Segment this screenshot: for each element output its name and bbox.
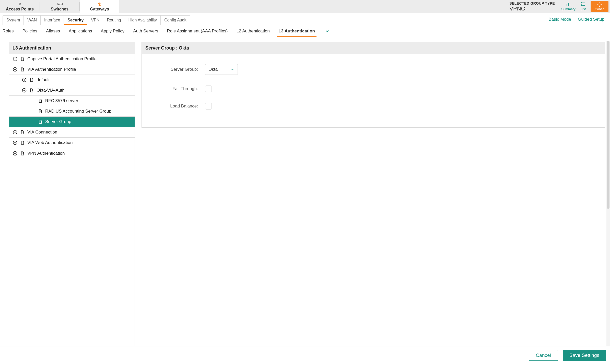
tree-row-label: RFC 3576 server <box>45 98 78 103</box>
switches-icon <box>57 2 63 6</box>
profile-icon <box>38 109 43 114</box>
tree-row[interactable]: VIA Authentication Profile <box>9 64 135 75</box>
config-tabs: System WAN Interface Security VPN Routin… <box>3 15 190 25</box>
list-icon <box>581 2 585 7</box>
tree-row[interactable]: default <box>9 75 135 85</box>
gateways-icon <box>97 2 102 6</box>
svg-point-6 <box>99 4 100 4</box>
cfg-tab-vpn[interactable]: VPN <box>87 16 103 25</box>
profile-icon <box>20 130 25 135</box>
tree-row-label: Captive Portal Authentication Profile <box>27 56 97 62</box>
expand-icon[interactable] <box>22 77 27 82</box>
tree-row[interactable]: VIA Connection <box>9 127 135 138</box>
tree-row-label: VIA Connection <box>27 130 57 135</box>
fail-through-label: Fail Through: <box>154 86 205 91</box>
tab-label: Gateways <box>90 7 109 11</box>
expand-icon[interactable] <box>13 140 18 145</box>
svg-point-3 <box>58 4 59 4</box>
subtab-apply-policy[interactable]: Apply Policy <box>101 26 125 37</box>
load-balance-checkbox[interactable] <box>205 103 212 110</box>
expand-icon[interactable] <box>13 130 18 135</box>
server-group-select[interactable]: Okta <box>205 64 238 75</box>
tab-label: Access Points <box>6 7 34 11</box>
cfg-tab-wan[interactable]: WAN <box>24 16 41 25</box>
cfg-tab-interface[interactable]: Interface <box>41 16 64 25</box>
group-type-label: SELECTED GROUP TYPE <box>509 1 555 5</box>
tree-row-label: VPN Authentication <box>27 151 65 156</box>
collapse-icon[interactable] <box>13 67 18 72</box>
tree-row-label: Okta-VIA-Auth <box>37 88 65 93</box>
link-guided-setup[interactable]: Guided Setup <box>578 17 604 22</box>
profile-icon <box>20 140 25 145</box>
group-type-value: VPNC <box>509 5 555 12</box>
cfg-tab-security[interactable]: Security <box>64 16 87 25</box>
save-settings-button[interactable]: Save Settings <box>563 350 606 361</box>
svg-point-7 <box>581 3 582 3</box>
subtab-applications[interactable]: Applications <box>69 26 92 37</box>
view-config[interactable]: Config <box>591 1 608 12</box>
view-list[interactable]: List <box>576 0 591 13</box>
tree-row[interactable]: Server Group <box>9 117 135 127</box>
config-tabs-row: System WAN Interface Security VPN Routin… <box>0 13 610 26</box>
scrollbar[interactable] <box>606 41 610 346</box>
cfg-tab-high-availability[interactable]: High Availability <box>125 16 161 25</box>
top-bar: Access Points Switches Gateways SELECTED… <box>0 0 610 13</box>
cfg-tab-config-audit[interactable]: Config Audit <box>161 16 190 25</box>
tree-row[interactable]: RFC 3576 server <box>9 96 135 106</box>
tree-row[interactable]: VIA Web Authentication <box>9 138 135 148</box>
tree-row-label: RADIUS Accounting Server Group <box>45 109 111 114</box>
profile-icon <box>38 99 43 103</box>
profile-icon <box>20 57 25 61</box>
access-points-icon <box>17 2 22 6</box>
svg-point-5 <box>61 4 61 4</box>
right-panel-title: Server Group : Okta <box>142 42 605 54</box>
collapse-icon[interactable] <box>22 88 27 93</box>
view-summary[interactable]: Summary <box>561 0 576 13</box>
tree-row-label: default <box>37 77 50 82</box>
device-tabs: Access Points Switches Gateways <box>0 0 119 13</box>
svg-point-1 <box>19 4 20 4</box>
subtab-more-icon[interactable] <box>325 29 330 34</box>
mode-links: Basic Mode Guided Setup <box>548 17 607 22</box>
left-panel: L3 Authentication Captive Portal Authent… <box>9 42 135 346</box>
fail-through-checkbox[interactable] <box>205 86 212 92</box>
svg-point-8 <box>581 4 582 4</box>
security-subtabs: Roles Policies Aliases Applications Appl… <box>0 26 610 37</box>
tab-access-points[interactable]: Access Points <box>0 0 40 13</box>
tree-row[interactable]: Captive Portal Authentication Profile <box>9 54 135 64</box>
tab-label: Switches <box>51 7 68 11</box>
bar-chart-icon <box>566 2 571 7</box>
expand-icon[interactable] <box>13 56 18 62</box>
load-balance-label: Load Balance: <box>154 104 205 109</box>
subtab-aliases[interactable]: Aliases <box>46 26 60 37</box>
cfg-tab-system[interactable]: System <box>3 16 24 25</box>
subtab-role-assignment[interactable]: Role Assignment (AAA Profiles) <box>167 26 228 37</box>
subtab-l3-auth[interactable]: L3 Authentication <box>278 26 315 37</box>
scrollbar-thumb[interactable] <box>607 41 609 209</box>
svg-point-4 <box>60 4 60 4</box>
svg-point-9 <box>581 5 582 6</box>
subtab-roles[interactable]: Roles <box>3 26 14 37</box>
tree-row-label: VIA Authentication Profile <box>27 67 76 72</box>
tree-row[interactable]: Okta-VIA-Auth <box>9 85 135 96</box>
tree-row[interactable]: RADIUS Accounting Server Group <box>9 106 135 117</box>
cfg-tab-routing[interactable]: Routing <box>103 16 125 25</box>
tab-switches[interactable]: Switches <box>40 0 79 13</box>
tree-row-label: Server Group <box>45 119 71 124</box>
link-basic-mode[interactable]: Basic Mode <box>548 17 571 22</box>
subtab-policies[interactable]: Policies <box>22 26 37 37</box>
subtab-l2-auth[interactable]: L2 Authentication <box>237 26 270 37</box>
tab-gateways[interactable]: Gateways <box>80 0 119 13</box>
tree-row[interactable]: VPN Authentication <box>9 148 135 159</box>
view-label: Config <box>595 7 604 11</box>
cancel-button[interactable]: Cancel <box>529 350 558 361</box>
profile-icon <box>38 119 43 124</box>
expand-icon[interactable] <box>13 151 18 156</box>
profile-tree: Captive Portal Authentication ProfileVIA… <box>9 54 135 159</box>
right-panel: Server Group : Okta Server Group: Okta F… <box>142 42 605 346</box>
subtab-auth-servers[interactable]: Auth Servers <box>133 26 158 37</box>
view-label: List <box>581 7 586 11</box>
server-group-form: Server Group: Okta Fail Through: Load Ba… <box>142 54 605 127</box>
main-area: L3 Authentication Captive Portal Authent… <box>0 37 610 346</box>
profile-icon <box>20 151 25 156</box>
